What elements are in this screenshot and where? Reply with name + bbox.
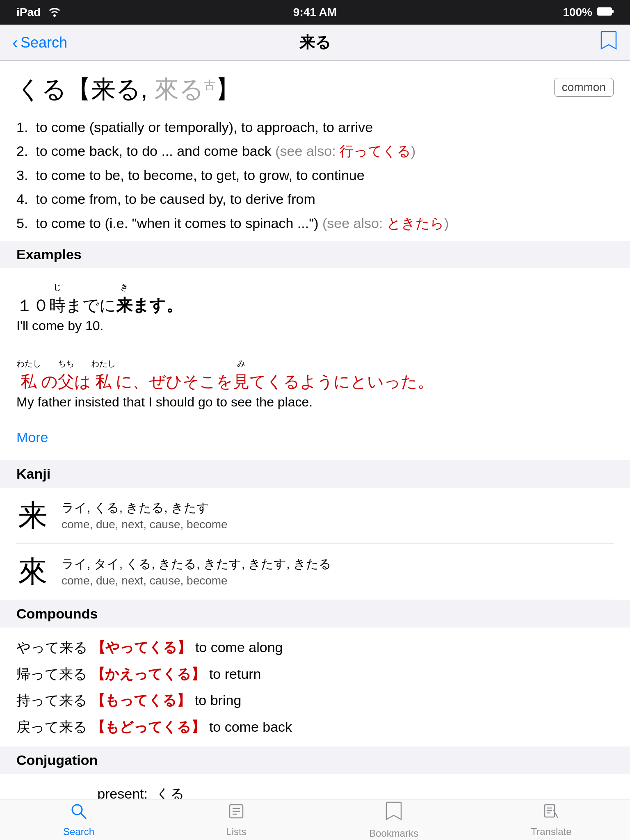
definition-3: 3. to come to be, to become, to get, to … bbox=[16, 164, 614, 186]
kanji-char-2[interactable]: 來 bbox=[16, 552, 49, 591]
chevron-left-icon: ‹ bbox=[12, 33, 18, 52]
ex1-char-1: １ bbox=[16, 293, 33, 317]
svg-rect-0 bbox=[598, 8, 612, 15]
definition-5: 5. to come to (i.e. "when it comes to sp… bbox=[16, 212, 614, 234]
kanji-section: 来 ライ, くる, きたる, きたす come, due, next, caus… bbox=[16, 488, 614, 600]
example-2: わたし 私 の ちち 父 は わたし 私 に、ぜひそこを み 見 てく bbox=[16, 355, 614, 423]
kanji-readings-1: ライ, くる, きたる, きたす bbox=[62, 500, 228, 516]
example-1-english: I'll come by 10. bbox=[16, 318, 614, 333]
ex2-watashi2-group: わたし 私 bbox=[91, 359, 116, 394]
back-button[interactable]: ‹ Search bbox=[12, 33, 67, 52]
examples-section: １ ０ じ 時 までに き 来 ます。 I'll come by 10. わた bbox=[16, 268, 614, 460]
nav-title: 来る bbox=[299, 32, 331, 53]
tab-bookmarks-label: Bookmarks bbox=[369, 828, 418, 839]
status-bar-right: 100% bbox=[563, 6, 614, 19]
tab-lists[interactable]: Lists bbox=[195, 802, 277, 838]
kanji-entry-1: 来 ライ, くる, きたる, きたす come, due, next, caus… bbox=[16, 488, 614, 544]
compounds-section: やって来る 【やってくる】 to come along 帰って来る 【かえってく… bbox=[16, 628, 614, 746]
ex1-char-0: ０ bbox=[33, 293, 49, 317]
tab-search[interactable]: Search bbox=[38, 802, 120, 838]
svg-rect-1 bbox=[612, 10, 614, 13]
tab-bookmarks[interactable]: Bookmarks bbox=[353, 801, 435, 839]
word-title: くる【来る, 來る古】 bbox=[16, 73, 240, 106]
kanji-char-1[interactable]: 来 bbox=[16, 496, 49, 535]
translate-icon bbox=[542, 802, 560, 824]
tab-lists-label: Lists bbox=[226, 826, 246, 838]
svg-point-2 bbox=[72, 805, 82, 815]
ex1-ji-group: じ 時 bbox=[49, 283, 66, 317]
kanji-meanings-2: come, due, next, cause, become bbox=[62, 574, 331, 587]
main-content: くる【来る, 來る古】 common 1. to come (spatially… bbox=[0, 61, 630, 840]
nav-bar: ‹ Search 来る bbox=[0, 25, 630, 61]
tab-translate[interactable]: Translate bbox=[510, 802, 592, 838]
word-header: くる【来る, 來る古】 common bbox=[16, 73, 614, 106]
device-label: iPad bbox=[16, 6, 41, 19]
tab-translate-label: Translate bbox=[531, 826, 571, 838]
more-button[interactable]: More bbox=[16, 429, 614, 445]
example-1-japanese: １ ０ じ 時 までに き 来 ます。 bbox=[16, 283, 614, 317]
ex2-mi-group: み 見 bbox=[233, 359, 249, 394]
example-1: １ ０ じ 時 までに き 来 ます。 I'll come by 10. bbox=[16, 276, 614, 347]
see-also-link-2[interactable]: ときたら bbox=[387, 215, 444, 231]
kanji-info-1: ライ, くる, きたる, きたす come, due, next, cause,… bbox=[62, 500, 228, 531]
kanji-readings-2: ライ, タイ, くる, きたる, きたす, きたす, きたる bbox=[62, 556, 331, 573]
svg-line-3 bbox=[81, 813, 86, 819]
see-also-link-1[interactable]: 行ってくる bbox=[340, 143, 411, 159]
conjugation-section-header: Conjugation bbox=[0, 746, 630, 774]
definitions: 1. to come (spatially or temporally), to… bbox=[16, 116, 614, 234]
common-badge: common bbox=[554, 78, 614, 97]
compound-2: 帰って来る 【かえってくる】 to return bbox=[16, 661, 614, 687]
ex1-ki-group: き 来 bbox=[116, 283, 132, 317]
kanji-entry-2: 來 ライ, タイ, くる, きたる, きたす, きたす, きたる come, d… bbox=[16, 544, 614, 600]
battery-label: 100% bbox=[563, 6, 592, 19]
status-bar: iPad 9:41 AM 100% bbox=[0, 0, 630, 25]
lists-icon bbox=[227, 802, 245, 824]
status-bar-time: 9:41 AM bbox=[293, 6, 337, 19]
example-2-japanese: わたし 私 の ちち 父 は わたし 私 に、ぜひそこを み 見 てく bbox=[16, 359, 614, 394]
examples-section-header: Examples bbox=[0, 241, 630, 268]
back-label: Search bbox=[21, 34, 67, 51]
status-bar-left: iPad bbox=[16, 5, 62, 20]
battery-icon bbox=[597, 6, 614, 19]
example-divider bbox=[16, 351, 614, 351]
ex2-watashi1-group: わたし 私 bbox=[16, 359, 41, 394]
definition-2: 2. to come back, to do ... and come back… bbox=[16, 140, 614, 162]
example-2-english: My father insisted that I should go to s… bbox=[16, 395, 614, 410]
definition-4: 4. to come from, to be caused by, to der… bbox=[16, 188, 614, 210]
definition-1: 1. to come (spatially or temporally), to… bbox=[16, 116, 614, 138]
bookmark-button[interactable] bbox=[600, 30, 618, 55]
compound-4: 戻って来る 【もどってくる】 to come back bbox=[16, 714, 614, 740]
compound-3: 持って来る 【もってくる】 to bring bbox=[16, 687, 614, 714]
kanji-section-header: Kanji bbox=[0, 460, 630, 488]
tab-bar: Search Lists Bookmarks bbox=[0, 799, 630, 840]
compound-1: やって来る 【やってくる】 to come along bbox=[16, 634, 614, 661]
bookmarks-icon bbox=[385, 801, 403, 826]
search-icon bbox=[70, 802, 88, 824]
ex2-chichi-group: ちち 父 bbox=[58, 359, 74, 394]
compounds-section-header: Compounds bbox=[0, 600, 630, 628]
kanji-meanings-1: come, due, next, cause, become bbox=[62, 518, 228, 531]
kanji-info-2: ライ, タイ, くる, きたる, きたす, きたす, きたる come, due… bbox=[62, 556, 331, 587]
tab-search-label: Search bbox=[63, 826, 94, 838]
wifi-icon bbox=[47, 5, 62, 20]
